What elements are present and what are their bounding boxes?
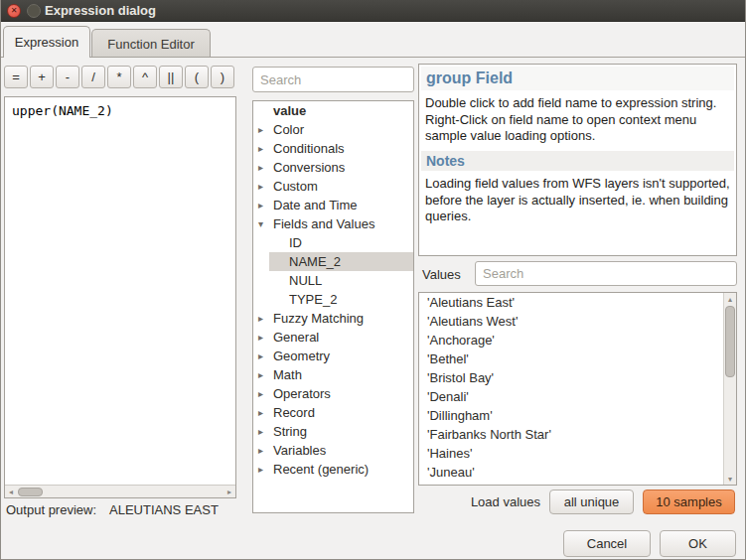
chevron-right-icon[interactable]: ▸ (258, 384, 273, 403)
help-notes-body: Loading field values from WFS layers isn… (425, 176, 730, 225)
function-tree-item[interactable]: ▸String (253, 422, 413, 441)
function-search-input[interactable] (252, 67, 414, 92)
tab-function-editor-label: Function Editor (107, 37, 194, 52)
chevron-right-icon[interactable]: ▸ (258, 328, 273, 347)
function-tree-item[interactable]: ▸General (253, 328, 413, 347)
function-tree-item[interactable]: ▾Fields and Values (253, 214, 413, 233)
function-tree-item[interactable]: ▸Recent (generic) (253, 460, 413, 479)
function-tree-item[interactable]: ▸Color (253, 120, 413, 139)
value-item[interactable]: 'Aleutians West' (419, 312, 736, 331)
chevron-right-icon[interactable]: ▸ (258, 441, 273, 460)
function-tree-item-label: General (273, 328, 319, 347)
function-tree-item[interactable]: ▸Conditionals (253, 139, 413, 158)
values-list-panel: 'Aleutians East''Aleutians West''Anchora… (418, 292, 737, 486)
value-item[interactable]: 'Denali' (419, 387, 736, 406)
operator-button[interactable]: || (159, 66, 183, 88)
function-tree-item-label: Fuzzy Matching (273, 309, 364, 328)
chevron-right-icon[interactable]: ▸ (258, 422, 273, 441)
chevron-right-icon[interactable]: ▸ (258, 158, 273, 177)
scroll-up-icon[interactable]: ▴ (724, 293, 736, 305)
expression-dialog: ✕ Expression dialog Function Editor Expr… (0, 0, 746, 560)
function-tree-item[interactable]: ▸Custom (253, 177, 413, 196)
output-preview-value: ALEUTIANS EAST (109, 502, 219, 517)
function-tree-item[interactable]: ▸Date and Time (253, 196, 413, 214)
chevron-down-icon[interactable]: ▾ (258, 214, 273, 233)
scroll-left-icon[interactable]: ◂ (5, 486, 17, 497)
operator-button[interactable]: ^ (133, 66, 157, 88)
operator-button[interactable]: * (107, 66, 131, 88)
function-tree-item[interactable]: ▸Fuzzy Matching (253, 309, 413, 328)
values-label: Values (422, 267, 461, 282)
cancel-button[interactable]: Cancel (563, 530, 651, 557)
value-item[interactable]: 'Aleutians East' (419, 293, 736, 312)
value-item[interactable]: 'Dillingham' (419, 406, 736, 425)
function-tree-item[interactable]: value (253, 101, 413, 120)
function-tree-item[interactable]: ▸Record (253, 403, 413, 422)
expression-text[interactable]: upper(NAME_2) (5, 97, 235, 124)
function-tree-item-label: TYPE_2 (289, 290, 337, 309)
close-button[interactable]: ✕ (7, 4, 21, 18)
operator-button[interactable]: / (81, 66, 105, 88)
value-item[interactable]: 'Fairbanks North Star' (419, 425, 736, 444)
function-tree-item[interactable]: ▸Operators (253, 384, 413, 403)
function-tree-item-label: NULL (289, 271, 322, 290)
chevron-right-icon[interactable]: ▸ (258, 120, 273, 139)
chevron-right-icon[interactable]: ▸ (258, 177, 273, 196)
minimize-button[interactable] (27, 4, 41, 18)
function-tree-item[interactable]: ▸Variables (253, 441, 413, 460)
function-tree-item[interactable]: ▸Math (253, 365, 413, 384)
function-tree-item-label: Variables (273, 441, 326, 460)
function-tree-item-label: ID (289, 233, 302, 252)
horizontal-scrollbar-thumb[interactable] (18, 488, 43, 496)
function-tree-item-label: Fields and Values (273, 214, 374, 233)
tab-separator (1, 57, 745, 58)
function-tree-item-label: NAME_2 (289, 252, 341, 271)
function-tree[interactable]: value▸Color▸Conditionals▸Conversions▸Cus… (252, 100, 414, 513)
all-unique-button[interactable]: all unique (549, 490, 634, 514)
function-tree-item-label: Record (273, 403, 315, 422)
function-tree-item-label: Recent (generic) (273, 460, 369, 479)
scroll-right-icon[interactable]: ▸ (224, 486, 235, 497)
value-item[interactable]: 'Haines' (419, 444, 736, 463)
value-item[interactable]: 'Juneau' (419, 463, 736, 482)
function-tree-item[interactable]: TYPE_2 (269, 290, 413, 309)
function-tree-item[interactable]: ▸Conversions (253, 158, 413, 177)
ok-button[interactable]: OK (660, 530, 736, 557)
titlebar[interactable]: ✕ Expression dialog (1, 0, 745, 22)
chevron-right-icon[interactable]: ▸ (258, 365, 273, 384)
help-description: Double click to add field name to expres… (425, 95, 730, 145)
operator-button[interactable]: ) (211, 66, 234, 88)
dialog-footer: Cancel OK (563, 530, 736, 557)
operator-button[interactable]: - (56, 66, 79, 88)
operator-button[interactable]: + (30, 66, 54, 88)
tab-function-editor[interactable]: Function Editor (91, 29, 211, 58)
expression-editor[interactable]: upper(NAME_2) ◂ ▸ (4, 96, 236, 498)
operator-button[interactable]: = (4, 66, 28, 88)
value-item[interactable]: 'Bethel' (419, 350, 736, 368)
value-item[interactable]: 'Bristol Bay' (419, 368, 736, 387)
operator-button[interactable]: ( (185, 66, 209, 88)
function-tree-item-label: Color (273, 120, 304, 139)
scroll-down-icon[interactable]: ▾ (724, 473, 736, 485)
function-tree-item[interactable]: NAME_2 (269, 252, 413, 271)
vertical-scrollbar[interactable]: ▴ ▾ (723, 293, 736, 485)
chevron-right-icon[interactable]: ▸ (258, 403, 273, 422)
tab-expression-label: Expression (15, 35, 78, 50)
window-title: Expression dialog (45, 3, 156, 18)
horizontal-scrollbar[interactable]: ◂ ▸ (5, 485, 235, 497)
chevron-right-icon[interactable]: ▸ (258, 347, 273, 365)
vertical-scrollbar-thumb[interactable] (725, 306, 735, 377)
function-tree-item[interactable]: NULL (269, 271, 413, 290)
samples-button[interactable]: 10 samples (643, 490, 735, 514)
chevron-right-icon[interactable]: ▸ (258, 196, 273, 214)
values-list[interactable]: 'Aleutians East''Aleutians West''Anchora… (419, 293, 736, 482)
operator-buttons: =+-/*^||() (4, 66, 234, 88)
value-item[interactable]: 'Anchorage' (419, 331, 736, 350)
chevron-right-icon[interactable]: ▸ (258, 309, 273, 328)
function-tree-item[interactable]: ▸Geometry (253, 347, 413, 365)
chevron-right-icon[interactable]: ▸ (258, 139, 273, 158)
values-search-input[interactable] (475, 261, 737, 286)
chevron-right-icon[interactable]: ▸ (258, 460, 273, 479)
function-tree-item[interactable]: ID (269, 233, 413, 252)
tab-expression[interactable]: Expression (3, 26, 90, 58)
